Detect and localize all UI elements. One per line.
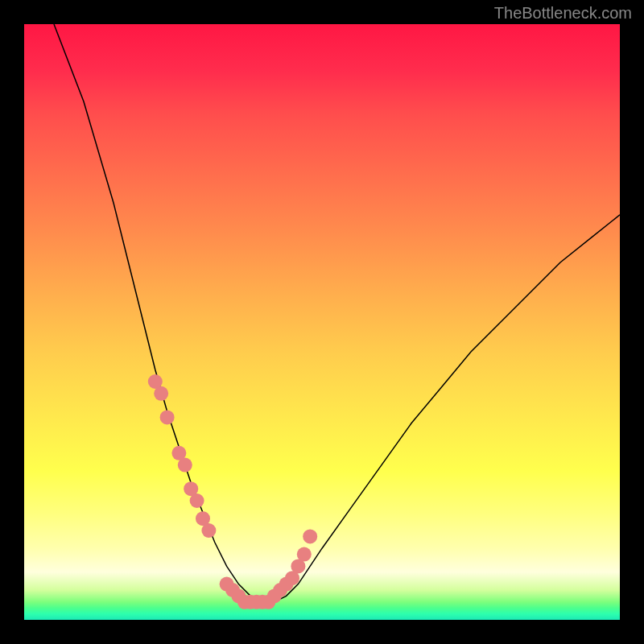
curve-svg — [24, 24, 620, 620]
data-markers — [148, 374, 317, 609]
data-point — [160, 410, 175, 424]
data-point — [190, 493, 204, 508]
data-point — [303, 529, 317, 543]
plot-area — [24, 24, 620, 620]
chart-container: TheBottleneck.com — [0, 0, 644, 644]
data-point — [154, 386, 168, 401]
data-point — [178, 458, 192, 473]
data-point — [201, 523, 216, 538]
watermark-text: TheBottleneck.com — [494, 4, 632, 23]
bottleneck-curve — [54, 24, 620, 602]
data-point — [297, 547, 312, 562]
